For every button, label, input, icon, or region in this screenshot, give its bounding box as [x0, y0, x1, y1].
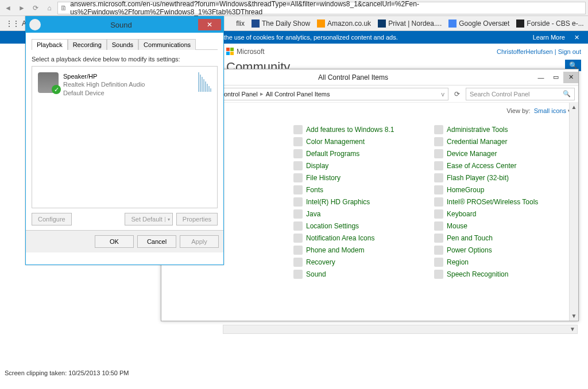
ms-logo-icon — [226, 48, 234, 56]
back-button[interactable]: ◄ — [2, 2, 14, 14]
cp-item[interactable]: Mouse — [434, 221, 571, 231]
cp-item[interactable]: Recovery — [293, 258, 431, 267]
bookmark-item[interactable]: Google Oversæt — [445, 18, 513, 29]
cp-item[interactable]: Add features to Windows 8.1 — [293, 125, 431, 134]
configure-button[interactable]: Configure — [32, 213, 72, 225]
cp-item-icon — [434, 270, 443, 279]
cp-item-icon — [434, 221, 443, 231]
screen-clip-note: Screen clipping taken: 10/25/2013 10:50 … — [5, 369, 129, 376]
device-name: Speaker/HP — [63, 72, 145, 80]
cp-title-text: All Control Panel Items — [173, 73, 533, 81]
cp-item-icon — [293, 221, 303, 231]
cp-item[interactable]: Intel(R) HD Graphics — [293, 197, 431, 207]
sound-icon — [29, 19, 41, 30]
page-icon: 🗎 — [60, 4, 68, 12]
ms-logo[interactable]: Microsoft — [226, 48, 265, 56]
bookmark-item[interactable]: The Daily Show — [248, 18, 314, 29]
sound-close-button[interactable]: ✕ — [198, 19, 221, 30]
minimize-button[interactable]: — — [533, 72, 548, 83]
url-text: answers.microsoft.com/en-us/newthread?fo… — [70, 0, 583, 16]
cp-item-icon — [293, 173, 303, 182]
cp-item[interactable]: Java — [293, 209, 431, 219]
cp-item-icon — [293, 209, 303, 219]
bookmark-item[interactable]: Forside - CBS e-... — [513, 18, 587, 29]
home-button[interactable]: ⌂ — [44, 2, 55, 14]
set-default-button[interactable]: Set Default — [125, 213, 172, 225]
cp-item-icon — [434, 161, 443, 170]
speaker-icon: ✓ — [38, 72, 59, 93]
refresh-button[interactable]: ⟳ — [451, 88, 463, 100]
cp-item[interactable]: Ease of Access Center — [434, 161, 571, 170]
cp-item-icon — [434, 234, 443, 243]
cp-item[interactable]: Flash Player (32-bit) — [434, 173, 571, 182]
cp-item[interactable]: Default Programs — [293, 149, 431, 158]
cp-item[interactable]: Intel® PROSet/Wireless Tools — [434, 197, 571, 207]
sound-dialog: Sound ✕ Playback Recording Sounds Commun… — [25, 16, 224, 265]
browser-toolbar: ◄ ► ⟳ ⌂ 🗎 answers.microsoft.com/en-us/ne… — [0, 0, 588, 16]
close-button[interactable]: ✕ — [563, 72, 578, 83]
cp-item[interactable]: File History — [293, 173, 431, 182]
cp-scrollbar[interactable]: ▲ ▼ — [569, 103, 578, 321]
bookmark-item[interactable]: flix — [233, 18, 248, 29]
device-item[interactable]: ✓ Speaker/HP Realtek High Definition Aud… — [36, 70, 214, 99]
maximize-button[interactable]: ▭ — [548, 72, 563, 83]
cp-item-icon — [293, 125, 303, 134]
device-driver: Realtek High Definition Audio — [63, 80, 145, 88]
cookie-close[interactable]: ✕ — [572, 34, 581, 41]
properties-button[interactable]: Properties — [176, 213, 218, 225]
cp-item[interactable]: Device Manager — [434, 149, 571, 158]
cp-item-icon — [293, 246, 303, 255]
cp-item[interactable]: Speech Recognition — [434, 270, 571, 279]
cp-item-icon — [434, 173, 443, 182]
scroll-right[interactable]: ▼ — [568, 325, 577, 333]
cp-item[interactable]: Credential Manager — [434, 137, 571, 146]
scroll-down[interactable]: ▼ — [570, 312, 578, 321]
cp-item-icon — [293, 197, 303, 207]
cookie-learn-more[interactable]: Learn More — [533, 34, 565, 41]
signout-link[interactable]: Sign out — [558, 48, 581, 55]
tab-sounds[interactable]: Sounds — [107, 39, 138, 50]
breadcrumb[interactable]: ▸ Control Panel ▸ All Control Panel Item… — [210, 88, 448, 100]
search-icon: 🔍 — [563, 90, 571, 98]
cp-item[interactable]: Power Options — [434, 246, 571, 255]
cp-item[interactable]: HomeGroup — [434, 185, 571, 194]
page-h-scrollbar[interactable]: ▼ — [223, 325, 578, 334]
reload-button[interactable]: ⟳ — [30, 2, 41, 14]
cp-item[interactable]: Region — [434, 258, 571, 267]
cp-item-icon — [293, 234, 303, 243]
cp-item[interactable]: Fonts — [293, 185, 431, 194]
default-check-icon: ✓ — [52, 85, 61, 94]
sound-titlebar[interactable]: Sound ✕ — [26, 17, 223, 33]
tab-communications[interactable]: Communications — [138, 39, 196, 50]
tab-playback[interactable]: Playback — [32, 39, 68, 50]
cancel-button[interactable]: Cancel — [137, 235, 176, 248]
cp-item[interactable]: Display — [293, 161, 431, 170]
cp-item[interactable]: Color Management — [293, 137, 431, 146]
bookmark-item[interactable]: Amazon.co.uk — [314, 18, 374, 29]
ok-button[interactable]: OK — [95, 235, 134, 248]
cp-item[interactable]: Location Settings — [293, 221, 431, 231]
bookmark-item[interactable]: Privat | Nordea.... — [374, 18, 445, 29]
cp-item[interactable]: Pen and Touch — [434, 234, 571, 243]
cp-item[interactable]: Sound — [293, 270, 431, 279]
sound-tabs: Playback Recording Sounds Communications — [32, 37, 218, 50]
tab-recording[interactable]: Recording — [68, 39, 107, 50]
cp-item[interactable]: Notification Area Icons — [293, 234, 431, 243]
cp-item[interactable]: Phone and Modem — [293, 246, 431, 255]
apply-button[interactable]: Apply — [180, 235, 219, 248]
playback-hint: Select a playback device below to modify… — [32, 56, 218, 63]
sound-title-text: Sound — [44, 21, 198, 29]
cp-item-icon — [293, 149, 303, 158]
cp-item[interactable]: Keyboard — [434, 209, 571, 219]
url-bar[interactable]: 🗎 answers.microsoft.com/en-us/newthread?… — [57, 2, 586, 14]
user-link[interactable]: ChristofferHerlufsen — [497, 48, 553, 55]
forward-button[interactable]: ► — [16, 2, 28, 14]
scroll-up[interactable]: ▲ — [570, 103, 578, 112]
device-list[interactable]: ✓ Speaker/HP Realtek High Definition Aud… — [32, 66, 218, 208]
cp-item[interactable]: Administrative Tools — [434, 125, 571, 134]
view-by-select[interactable]: Small icons — [534, 107, 566, 114]
cp-search-input[interactable]: Search Control Panel 🔍 — [466, 88, 575, 100]
device-status: Default Device — [63, 89, 145, 97]
cp-item-icon — [434, 185, 443, 194]
cp-item-icon — [434, 197, 443, 207]
